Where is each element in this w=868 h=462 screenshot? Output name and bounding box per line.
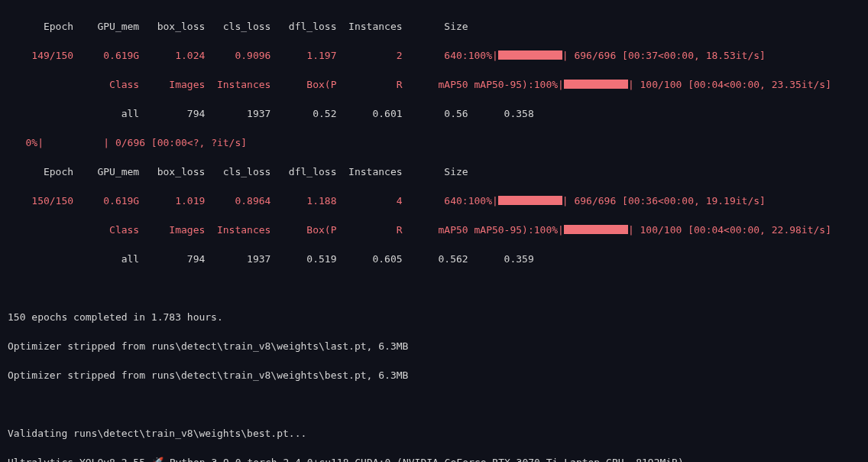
val-all-row: all 794 1937 0.519 0.605 0.562 0.359 (8, 252, 860, 266)
progress-bar-icon (498, 50, 562, 60)
optimizer-best-line: Optimizer stripped from runs\detect\trai… (8, 368, 860, 382)
blank-line (8, 397, 860, 412)
val-header-row: Class Images Instances Box(P R mAP50 mAP… (8, 223, 860, 237)
train-header-row: Epoch GPU_mem box_loss cls_loss dfl_loss… (8, 164, 860, 179)
blank-line (8, 281, 860, 295)
epochs-complete-line: 150 epochs completed in 1.783 hours. (8, 310, 860, 324)
train-header-row: Epoch GPU_mem box_loss cls_loss dfl_loss… (8, 19, 860, 34)
train-epoch-row: 150/150 0.619G 1.019 0.8964 1.188 4 640:… (8, 194, 860, 208)
val-all-row: all 794 1937 0.52 0.601 0.56 0.358 (8, 106, 860, 121)
optimizer-last-line: Optimizer stripped from runs\detect\trai… (8, 339, 860, 353)
zero-progress-row: 0%| | 0/696 [00:00<?, ?it/s] (8, 135, 860, 150)
terminal-output: Epoch GPU_mem box_loss cls_loss dfl_loss… (0, 0, 868, 462)
rocket-icon: 🚀 (151, 457, 164, 462)
train-epoch-row: 149/150 0.619G 1.024 0.9096 1.197 2 640:… (8, 48, 860, 63)
val-header-row: Class Images Instances Box(P R mAP50 mAP… (8, 77, 860, 92)
progress-bar-icon (498, 196, 562, 205)
validating-line: Validating runs\detect\train_v8\weights\… (8, 426, 860, 441)
progress-bar-icon (564, 225, 628, 234)
progress-bar-icon (564, 80, 628, 89)
ultralytics-line: Ultralytics YOLOv8.2.55 🚀 Python-3.9.0 t… (8, 455, 860, 462)
